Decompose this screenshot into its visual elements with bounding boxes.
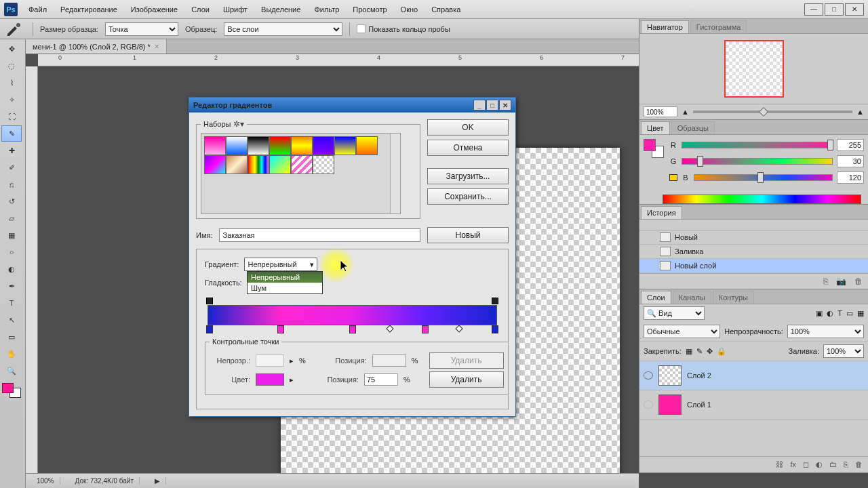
zoom-input[interactable] bbox=[644, 106, 677, 117]
menu-type[interactable]: Шрифт bbox=[218, 3, 253, 16]
lock-all-icon[interactable]: 🔒 bbox=[717, 347, 726, 356]
dropdown-item-noise[interactable]: Шум bbox=[248, 283, 322, 293]
dialog-titlebar[interactable]: Редактор градиентов _□✕ bbox=[189, 98, 515, 113]
color-swatch-panel[interactable] bbox=[644, 139, 664, 158]
mask-icon[interactable]: ◻ bbox=[803, 460, 809, 469]
close-tab-icon[interactable]: × bbox=[155, 42, 159, 52]
wand-tool[interactable]: ✧ bbox=[1, 92, 22, 108]
g-slider[interactable] bbox=[682, 158, 833, 165]
fx-icon[interactable]: fx bbox=[790, 460, 796, 469]
menu-view[interactable]: Просмотр bbox=[347, 3, 392, 16]
zoom-in-icon[interactable]: ▲ bbox=[856, 108, 864, 116]
color-stop[interactable] bbox=[492, 325, 498, 333]
layer-item[interactable]: Слой 1 bbox=[639, 390, 868, 420]
stamp-tool[interactable]: ⎌ bbox=[1, 176, 22, 192]
layer-item[interactable]: Слой 2 bbox=[639, 361, 868, 390]
r-slider[interactable] bbox=[682, 142, 833, 148]
lock-pixels-icon[interactable]: ▦ bbox=[686, 347, 692, 356]
status-zoom[interactable]: 100% bbox=[31, 477, 60, 485]
gamut-warning-icon[interactable] bbox=[669, 174, 677, 181]
tab-swatches[interactable]: Образцы bbox=[671, 121, 715, 134]
color-stop[interactable] bbox=[277, 325, 284, 333]
dlg-min-icon[interactable]: _ bbox=[473, 100, 486, 110]
b-value[interactable] bbox=[837, 171, 864, 184]
r-value[interactable] bbox=[837, 139, 864, 151]
close-button[interactable]: ✕ bbox=[845, 3, 864, 16]
status-arrow[interactable]: ▶ bbox=[149, 477, 166, 485]
menu-image[interactable]: Изображение bbox=[125, 3, 183, 16]
filter-shape-icon[interactable]: ▭ bbox=[846, 309, 853, 318]
menu-edit[interactable]: Редактирование bbox=[55, 3, 123, 16]
doc-tab[interactable]: мени-1 @ 100% (Слой 2, RGB/8) *× bbox=[26, 39, 167, 54]
eraser-tool[interactable]: ▱ bbox=[1, 210, 22, 226]
history-item[interactable]: Новый bbox=[639, 230, 868, 245]
hand-tool[interactable]: ✋ bbox=[1, 346, 22, 362]
tab-navigator[interactable]: Навигатор bbox=[641, 20, 689, 33]
history-trash-icon[interactable]: 🗑 bbox=[854, 277, 863, 286]
filter-type-icon[interactable]: T bbox=[837, 309, 842, 317]
tab-paths[interactable]: Контуры bbox=[713, 291, 754, 304]
navigator-thumb[interactable] bbox=[724, 40, 784, 98]
crop-tool[interactable]: ⛶ bbox=[1, 108, 22, 125]
menu-file[interactable]: Файл bbox=[23, 3, 52, 16]
history-snapshot-icon[interactable]: 📷 bbox=[836, 277, 846, 286]
b-slider[interactable] bbox=[694, 174, 833, 181]
new-button[interactable]: Новый bbox=[427, 227, 509, 243]
pen-tool[interactable]: ✒ bbox=[1, 278, 22, 294]
stop-color-box[interactable] bbox=[256, 373, 284, 386]
type-tool[interactable]: T bbox=[1, 295, 22, 311]
dlg-close-icon[interactable]: ✕ bbox=[499, 100, 511, 110]
cancel-button[interactable]: Отмена bbox=[427, 140, 509, 156]
filter-smart-icon[interactable]: ▦ bbox=[857, 309, 864, 318]
dodge-tool[interactable]: ◐ bbox=[1, 261, 22, 277]
lock-move-icon[interactable]: ✥ bbox=[707, 347, 713, 356]
ok-button[interactable]: OK bbox=[427, 119, 509, 136]
visibility-icon[interactable] bbox=[644, 371, 653, 380]
history-new-doc-icon[interactable]: ⎘ bbox=[823, 277, 828, 286]
menu-filter[interactable]: Фильтр bbox=[309, 3, 344, 16]
opacity-stop[interactable] bbox=[206, 298, 213, 304]
path-tool[interactable]: ↖ bbox=[1, 312, 22, 328]
layer-name[interactable]: Слой 1 bbox=[687, 401, 711, 409]
eyedropper-tool[interactable]: ✎ bbox=[1, 125, 22, 142]
lasso-tool[interactable]: ⌇ bbox=[1, 75, 22, 91]
trash-icon[interactable]: 🗑 bbox=[855, 460, 863, 469]
heal-tool[interactable]: ✚ bbox=[1, 142, 22, 159]
layer-thumb[interactable] bbox=[658, 394, 682, 415]
gradient-bar[interactable] bbox=[208, 305, 497, 325]
gradient-tool[interactable]: ▦ bbox=[1, 227, 22, 243]
move-tool[interactable]: ✥ bbox=[1, 41, 22, 57]
history-brush-tool[interactable]: ↺ bbox=[1, 193, 22, 209]
marquee-tool[interactable]: ◌ bbox=[1, 58, 22, 74]
color-stop[interactable] bbox=[206, 325, 213, 333]
layer-kind-select[interactable]: 🔍 Вид bbox=[644, 306, 705, 320]
load-button[interactable]: Загрузить... bbox=[427, 168, 509, 184]
delete-color-button[interactable]: Удалить bbox=[429, 371, 504, 388]
menu-window[interactable]: Окно bbox=[395, 3, 424, 16]
maximize-button[interactable]: □ bbox=[825, 3, 844, 16]
menu-layers[interactable]: Слои bbox=[186, 3, 215, 16]
preset-scrollbar[interactable] bbox=[390, 134, 400, 214]
zoom-out-icon[interactable]: ▲ bbox=[682, 108, 689, 116]
gradient-type-combo[interactable]: Непрерывный▾ bbox=[244, 258, 317, 271]
stop-color-arrow[interactable]: ▸ bbox=[290, 375, 294, 384]
color-stop[interactable] bbox=[422, 325, 429, 333]
preset-grid[interactable] bbox=[201, 133, 401, 214]
dlg-max-icon[interactable]: □ bbox=[486, 100, 498, 110]
sample-size-select[interactable]: Точка bbox=[105, 22, 178, 36]
layer-name[interactable]: Слой 2 bbox=[687, 371, 711, 380]
lock-paint-icon[interactable]: ✎ bbox=[696, 347, 703, 356]
brush-tool[interactable]: ✐ bbox=[1, 159, 22, 176]
opacity-select[interactable]: 100% bbox=[787, 325, 864, 338]
group-icon[interactable]: 🗀 bbox=[829, 460, 837, 469]
g-value[interactable] bbox=[837, 155, 864, 167]
show-ring-checkbox[interactable]: Показать кольцо пробы bbox=[357, 24, 450, 33]
adjustment-icon[interactable]: ◐ bbox=[816, 460, 823, 469]
opacity-stop[interactable] bbox=[492, 298, 498, 304]
filter-img-icon[interactable]: ▣ bbox=[816, 309, 823, 318]
save-button[interactable]: Сохранить... bbox=[427, 188, 509, 205]
new-layer-icon[interactable]: ⎘ bbox=[844, 460, 848, 469]
color-ramp[interactable] bbox=[663, 195, 861, 204]
tab-channels[interactable]: Каналы bbox=[673, 291, 711, 304]
tab-color[interactable]: Цвет bbox=[641, 121, 670, 134]
